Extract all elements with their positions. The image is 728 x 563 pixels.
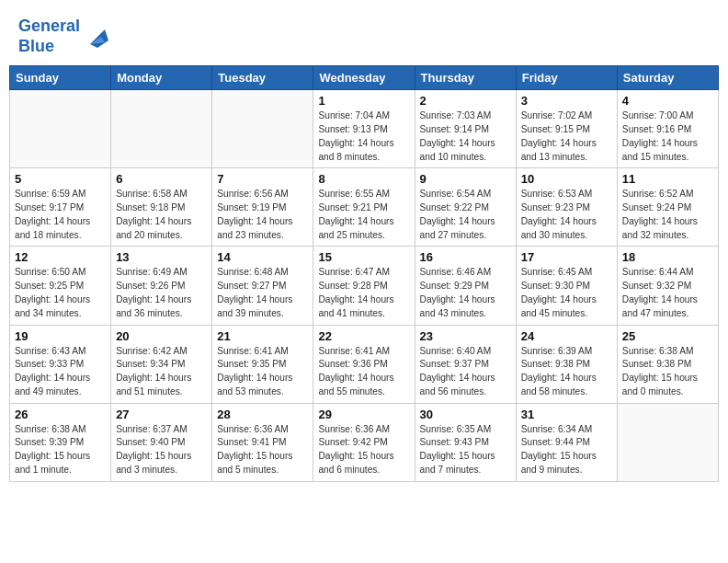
day-info: Sunrise: 7:00 AMSunset: 9:16 PMDaylight:…: [622, 109, 713, 164]
day-number: 30: [420, 408, 511, 421]
logo-blue: Blue: [18, 37, 54, 55]
day-info: Sunrise: 7:03 AMSunset: 9:14 PMDaylight:…: [420, 109, 511, 164]
weekday-header-sunday: Sunday: [10, 66, 111, 90]
weekday-header-friday: Friday: [516, 66, 617, 90]
day-number: 31: [521, 408, 612, 421]
day-number: 17: [521, 250, 612, 264]
calendar-cell: [10, 90, 111, 168]
day-info: Sunrise: 6:52 AMSunset: 9:24 PMDaylight:…: [622, 188, 713, 242]
page-header: General Blue: [9, 9, 719, 60]
day-number: 10: [521, 172, 612, 186]
day-number: 6: [116, 172, 207, 186]
day-info: Sunrise: 6:59 AMSunset: 9:17 PMDaylight:…: [15, 188, 106, 242]
day-number: 4: [622, 94, 713, 108]
day-number: 28: [217, 408, 308, 421]
day-info: Sunrise: 6:41 AMSunset: 9:35 PMDaylight:…: [217, 345, 308, 399]
day-number: 25: [622, 329, 713, 343]
day-info: Sunrise: 6:43 AMSunset: 9:33 PMDaylight:…: [15, 345, 106, 399]
day-info: Sunrise: 6:49 AMSunset: 9:26 PMDaylight:…: [116, 266, 207, 320]
day-info: Sunrise: 6:45 AMSunset: 9:30 PMDaylight:…: [521, 266, 612, 320]
day-info: Sunrise: 6:53 AMSunset: 9:23 PMDaylight:…: [521, 188, 612, 242]
day-number: 21: [217, 329, 308, 343]
calendar-cell: 16Sunrise: 6:46 AMSunset: 9:29 PMDayligh…: [415, 247, 516, 325]
calendar-cell: 28Sunrise: 6:36 AMSunset: 9:41 PMDayligh…: [212, 403, 313, 481]
day-info: Sunrise: 6:42 AMSunset: 9:34 PMDaylight:…: [116, 345, 207, 399]
day-info: Sunrise: 6:50 AMSunset: 9:25 PMDaylight:…: [15, 266, 106, 320]
calendar-cell: 29Sunrise: 6:36 AMSunset: 9:42 PMDayligh…: [313, 403, 415, 481]
calendar-cell: 2Sunrise: 7:03 AMSunset: 9:14 PMDaylight…: [415, 90, 516, 168]
calendar-cell: [617, 403, 718, 481]
calendar-cell: 5Sunrise: 6:59 AMSunset: 9:17 PMDaylight…: [10, 168, 111, 247]
calendar-cell: 25Sunrise: 6:38 AMSunset: 9:38 PMDayligh…: [617, 325, 718, 403]
calendar-week-3: 12Sunrise: 6:50 AMSunset: 9:25 PMDayligh…: [10, 247, 719, 325]
calendar-cell: 10Sunrise: 6:53 AMSunset: 9:23 PMDayligh…: [516, 168, 617, 247]
day-number: 18: [622, 250, 713, 264]
calendar-cell: 13Sunrise: 6:49 AMSunset: 9:26 PMDayligh…: [111, 247, 212, 325]
calendar-week-4: 19Sunrise: 6:43 AMSunset: 9:33 PMDayligh…: [10, 325, 719, 403]
day-number: 19: [15, 329, 106, 343]
day-info: Sunrise: 6:36 AMSunset: 9:42 PMDaylight:…: [318, 423, 409, 477]
day-info: Sunrise: 6:47 AMSunset: 9:28 PMDaylight:…: [318, 266, 409, 320]
day-number: 16: [420, 250, 511, 264]
logo-icon: [83, 22, 112, 52]
day-number: 22: [318, 329, 409, 343]
day-number: 15: [318, 250, 409, 264]
day-number: 3: [521, 94, 612, 108]
calendar-cell: 6Sunrise: 6:58 AMSunset: 9:18 PMDaylight…: [111, 168, 212, 247]
weekday-header-saturday: Saturday: [617, 66, 718, 90]
day-number: 13: [116, 250, 207, 264]
day-number: 7: [217, 172, 308, 186]
day-info: Sunrise: 6:34 AMSunset: 9:44 PMDaylight:…: [521, 423, 612, 477]
calendar-table: SundayMondayTuesdayWednesdayThursdayFrid…: [9, 65, 719, 482]
weekday-header-thursday: Thursday: [415, 66, 516, 90]
day-info: Sunrise: 6:36 AMSunset: 9:41 PMDaylight:…: [217, 423, 308, 477]
day-info: Sunrise: 6:38 AMSunset: 9:38 PMDaylight:…: [622, 345, 713, 399]
day-number: 11: [622, 172, 713, 186]
calendar-cell: 14Sunrise: 6:48 AMSunset: 9:27 PMDayligh…: [212, 247, 313, 325]
logo-text: General Blue: [18, 17, 80, 56]
calendar-cell: [111, 90, 212, 168]
day-info: Sunrise: 6:55 AMSunset: 9:21 PMDaylight:…: [318, 188, 409, 242]
day-info: Sunrise: 6:41 AMSunset: 9:36 PMDaylight:…: [318, 345, 409, 399]
calendar-cell: 1Sunrise: 7:04 AMSunset: 9:13 PMDaylight…: [313, 90, 415, 168]
calendar-cell: 18Sunrise: 6:44 AMSunset: 9:32 PMDayligh…: [617, 247, 718, 325]
day-info: Sunrise: 6:35 AMSunset: 9:43 PMDaylight:…: [420, 423, 511, 477]
calendar-cell: 19Sunrise: 6:43 AMSunset: 9:33 PMDayligh…: [10, 325, 111, 403]
day-number: 27: [116, 408, 207, 421]
calendar-cell: 27Sunrise: 6:37 AMSunset: 9:40 PMDayligh…: [111, 403, 212, 481]
logo: General Blue: [18, 17, 112, 56]
calendar-week-5: 26Sunrise: 6:38 AMSunset: 9:39 PMDayligh…: [10, 403, 719, 481]
calendar-cell: 21Sunrise: 6:41 AMSunset: 9:35 PMDayligh…: [212, 325, 313, 403]
day-number: 2: [420, 94, 511, 108]
weekday-header-row: SundayMondayTuesdayWednesdayThursdayFrid…: [10, 66, 719, 90]
calendar-cell: 22Sunrise: 6:41 AMSunset: 9:36 PMDayligh…: [313, 325, 415, 403]
calendar-cell: 23Sunrise: 6:40 AMSunset: 9:37 PMDayligh…: [415, 325, 516, 403]
calendar-cell: 31Sunrise: 6:34 AMSunset: 9:44 PMDayligh…: [516, 403, 617, 481]
day-number: 23: [420, 329, 511, 343]
day-number: 8: [318, 172, 409, 186]
calendar-week-2: 5Sunrise: 6:59 AMSunset: 9:17 PMDaylight…: [10, 168, 719, 247]
calendar-cell: 30Sunrise: 6:35 AMSunset: 9:43 PMDayligh…: [415, 403, 516, 481]
day-number: 26: [15, 408, 106, 421]
day-info: Sunrise: 6:39 AMSunset: 9:38 PMDaylight:…: [521, 345, 612, 399]
calendar-cell: 8Sunrise: 6:55 AMSunset: 9:21 PMDaylight…: [313, 168, 415, 247]
day-info: Sunrise: 6:48 AMSunset: 9:27 PMDaylight:…: [217, 266, 308, 320]
day-number: 5: [15, 172, 106, 186]
calendar-cell: 15Sunrise: 6:47 AMSunset: 9:28 PMDayligh…: [313, 247, 415, 325]
day-info: Sunrise: 6:38 AMSunset: 9:39 PMDaylight:…: [15, 423, 106, 477]
calendar-cell: 20Sunrise: 6:42 AMSunset: 9:34 PMDayligh…: [111, 325, 212, 403]
day-info: Sunrise: 6:56 AMSunset: 9:19 PMDaylight:…: [217, 188, 308, 242]
calendar-week-1: 1Sunrise: 7:04 AMSunset: 9:13 PMDaylight…: [10, 90, 719, 168]
weekday-header-wednesday: Wednesday: [313, 66, 415, 90]
calendar-cell: 3Sunrise: 7:02 AMSunset: 9:15 PMDaylight…: [516, 90, 617, 168]
weekday-header-tuesday: Tuesday: [212, 66, 313, 90]
calendar-cell: 17Sunrise: 6:45 AMSunset: 9:30 PMDayligh…: [516, 247, 617, 325]
logo-general: General: [18, 17, 80, 35]
day-info: Sunrise: 7:04 AMSunset: 9:13 PMDaylight:…: [318, 109, 409, 164]
day-info: Sunrise: 6:37 AMSunset: 9:40 PMDaylight:…: [116, 423, 207, 477]
calendar-cell: 4Sunrise: 7:00 AMSunset: 9:16 PMDaylight…: [617, 90, 718, 168]
day-number: 24: [521, 329, 612, 343]
day-info: Sunrise: 6:58 AMSunset: 9:18 PMDaylight:…: [116, 188, 207, 242]
calendar-cell: 7Sunrise: 6:56 AMSunset: 9:19 PMDaylight…: [212, 168, 313, 247]
calendar-cell: 11Sunrise: 6:52 AMSunset: 9:24 PMDayligh…: [617, 168, 718, 247]
